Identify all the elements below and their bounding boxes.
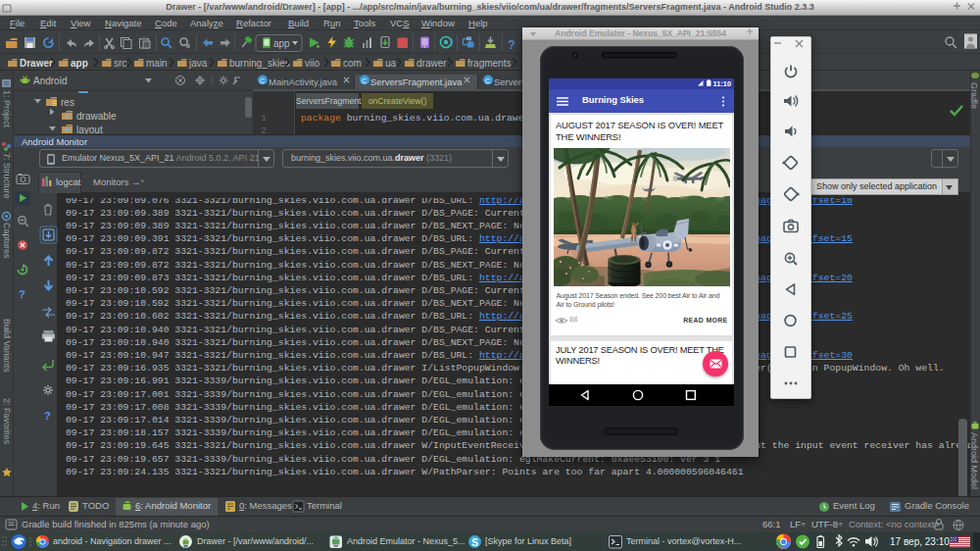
- svg-text:C: C: [485, 77, 490, 84]
- svg-text:C: C: [362, 77, 367, 84]
- svg-text:Android: Android: [33, 75, 67, 86]
- svg-text:S: S: [471, 537, 478, 548]
- svg-text:C: C: [260, 77, 265, 84]
- svg-text:res: res: [61, 97, 74, 108]
- svg-text:layout: layout: [76, 125, 103, 134]
- svg-text:drawable: drawable: [76, 111, 117, 122]
